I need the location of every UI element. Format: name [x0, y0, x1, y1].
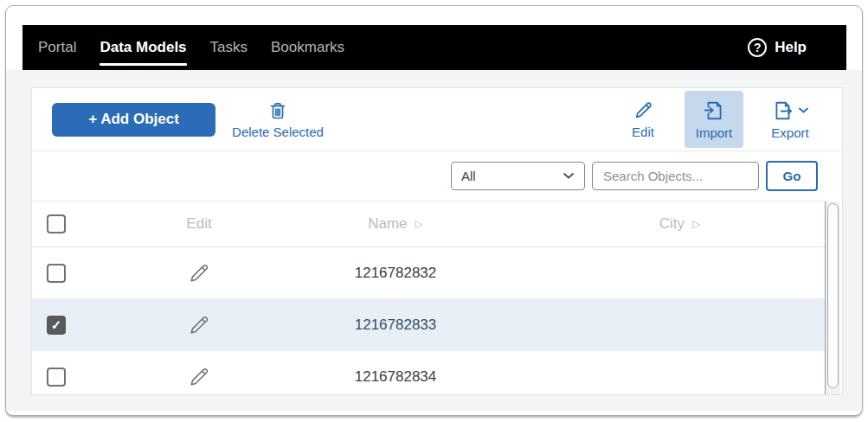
row-edit-pencil-icon[interactable]: [187, 365, 211, 389]
sort-icon[interactable]: ▷: [692, 218, 700, 230]
nav-tab-tasks[interactable]: Tasks: [210, 39, 248, 56]
row-checkbox[interactable]: ✓: [47, 368, 66, 387]
sort-icon[interactable]: ▷: [415, 218, 423, 230]
delete-selected-button[interactable]: Delete Selected: [229, 91, 326, 148]
chevron-down-icon: [563, 172, 575, 180]
question-circle-icon: ?: [748, 38, 767, 57]
import-icon: [703, 99, 725, 122]
nav-tab-bookmarks[interactable]: Bookmarks: [271, 39, 344, 56]
row-checkbox[interactable]: ✓: [47, 264, 66, 283]
scrollbar-thumb[interactable]: [827, 203, 839, 388]
add-object-button[interactable]: + Add Object: [52, 103, 215, 137]
table-row: ✓ 1216782833: [32, 299, 826, 351]
table-row: ✓ 1216782834: [32, 351, 826, 395]
row-edit-pencil-icon[interactable]: [187, 261, 211, 285]
export-button[interactable]: Export: [757, 91, 823, 148]
app-window: Portal Data Models Tasks Bookmarks ? Hel…: [5, 5, 863, 416]
nav-tab-data-models[interactable]: Data Models: [100, 39, 186, 56]
edit-button[interactable]: Edit: [615, 91, 671, 148]
row-edit-pencil-icon[interactable]: [187, 313, 211, 337]
nav-tab-portal[interactable]: Portal: [38, 39, 76, 56]
toolbar: + Add Object Delete Selected: [32, 88, 842, 150]
pencil-icon: [633, 99, 654, 121]
table-header: ✓ Edit Name ▷ City ▷: [32, 201, 826, 247]
trash-icon: [267, 100, 288, 121]
top-nav: Portal Data Models Tasks Bookmarks ? Hel…: [23, 25, 846, 70]
column-header-edit: Edit: [80, 215, 318, 233]
select-all-checkbox[interactable]: ✓: [47, 214, 66, 233]
delete-selected-label: Delete Selected: [232, 125, 324, 139]
edit-label: Edit: [632, 125, 654, 139]
import-label: Import: [696, 125, 733, 140]
name-cell: 1216782832: [355, 265, 437, 282]
chevron-down-icon: [798, 106, 809, 114]
table-row: ✓ 1216782832: [32, 247, 826, 299]
import-button[interactable]: Import: [685, 91, 743, 148]
name-cell: 1216782834: [355, 368, 437, 386]
column-header-city[interactable]: City ▷: [473, 215, 826, 233]
help-button[interactable]: ? Help: [748, 38, 807, 57]
column-header-name[interactable]: Name ▷: [318, 215, 473, 233]
export-label: Export: [771, 125, 808, 140]
content-panel: + Add Object Delete Selected: [31, 87, 843, 395]
name-cell: 1216782833: [355, 316, 437, 334]
filter-bar: All Go: [32, 150, 842, 201]
search-input[interactable]: [592, 162, 759, 190]
row-checkbox[interactable]: ✓: [47, 316, 66, 335]
go-button[interactable]: Go: [766, 161, 818, 191]
type-filter-select[interactable]: All: [451, 162, 585, 190]
export-icon: [772, 99, 794, 122]
type-filter-value: All: [461, 169, 476, 183]
help-label: Help: [775, 39, 807, 56]
